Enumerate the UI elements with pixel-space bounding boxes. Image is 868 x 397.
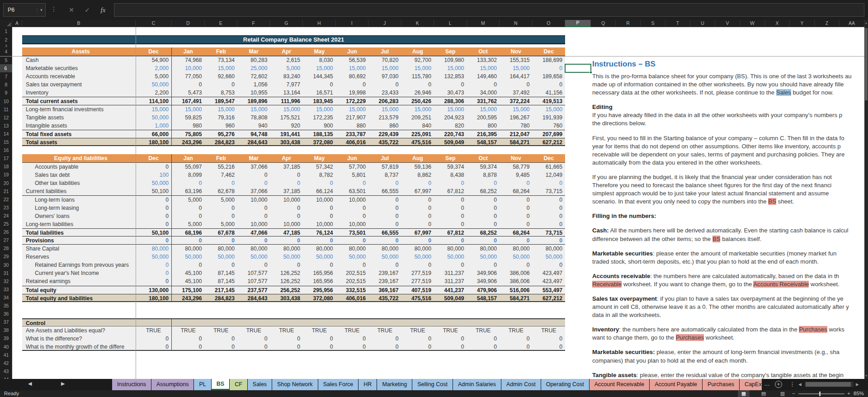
cell-value[interactable]: 47,066 <box>237 229 270 236</box>
cell-value[interactable]: 0 <box>336 335 369 343</box>
row-header-19[interactable]: 19 <box>0 170 12 179</box>
cell-value[interactable]: 111,996 <box>270 97 303 104</box>
cell-value[interactable]: 475,516 <box>401 294 434 301</box>
cell-value[interactable]: 50,000 <box>136 113 172 122</box>
cell-value[interactable]: 8,030 <box>303 56 336 64</box>
cell-value[interactable]: 15,000 <box>237 105 270 113</box>
cell-value[interactable]: 57,819 <box>368 163 401 171</box>
cell-value[interactable]: 15,000 <box>336 105 369 113</box>
column-header-K[interactable]: K <box>401 20 434 27</box>
cell-value[interactable]: 0 <box>336 179 369 187</box>
cell-value[interactable]: TRUE <box>434 326 467 335</box>
cell-value[interactable]: 0 <box>303 80 336 89</box>
column-header-N[interactable]: N <box>500 20 533 27</box>
cell-value[interactable]: 516,006 <box>500 286 533 294</box>
cell-value[interactable]: 0 <box>368 179 401 187</box>
cell-value[interactable]: 50,000 <box>136 253 172 261</box>
cell-value[interactable]: 284,643 <box>237 138 270 145</box>
cell-value[interactable]: 175,100 <box>172 286 205 294</box>
cell-value[interactable]: 332,515 <box>336 286 369 294</box>
cell-value[interactable]: 548,157 <box>467 294 500 301</box>
cell-value[interactable]: 54,900 <box>136 56 172 64</box>
cell-value[interactable]: 0 <box>533 196 566 204</box>
cell-value[interactable]: 840 <box>401 122 434 130</box>
cell-value[interactable]: 57,342 <box>303 163 336 171</box>
cell-value[interactable]: 284,823 <box>205 138 238 145</box>
cell-value[interactable]: 372,080 <box>303 294 336 301</box>
vertical-scrollbar-thumb[interactable] <box>865 28 868 100</box>
name-box[interactable]: P6 ▼ <box>3 3 46 17</box>
add-sheet-icon[interactable]: + <box>775 381 782 388</box>
column-header-B[interactable]: B <box>22 20 136 27</box>
cell-value[interactable]: 165,956 <box>303 277 336 285</box>
cell-value[interactable]: 204,923 <box>434 113 467 122</box>
cell-value[interactable]: 132,853 <box>434 72 467 80</box>
row-label[interactable]: Total fixed assets <box>22 130 136 138</box>
cell-value[interactable]: 0 <box>205 335 238 343</box>
cell-value[interactable]: 37,185 <box>270 163 303 171</box>
cell-value[interactable]: 130,000 <box>136 286 172 294</box>
sheet-tab-shop-network[interactable]: Shop Network <box>272 379 318 390</box>
month-header[interactable]: Dec <box>533 47 566 56</box>
cell-value[interactable]: 59,374 <box>434 163 467 171</box>
cell-value[interactable]: 80,000 <box>500 245 533 253</box>
cell-value[interactable]: 0 <box>368 212 401 220</box>
cell-value[interactable]: 0 <box>336 212 369 220</box>
row-header-21[interactable]: 21 <box>0 187 12 195</box>
selected-cell-P6[interactable] <box>565 64 591 73</box>
cell-value[interactable]: 0 <box>172 80 205 89</box>
cell-value[interactable]: 80,000 <box>205 245 238 253</box>
cell-value[interactable]: 66,124 <box>303 187 336 195</box>
column-header-AA[interactable]: AA <box>840 20 864 27</box>
cell-value[interactable]: 800 <box>467 122 500 130</box>
column-header-L[interactable]: L <box>434 20 467 27</box>
cell-value[interactable]: 67,997 <box>401 229 434 236</box>
cell-value[interactable]: 0 <box>533 343 566 350</box>
cell-value[interactable]: 0 <box>172 179 205 187</box>
cell-value[interactable]: 880 <box>336 122 369 130</box>
cell-value[interactable]: 250,426 <box>401 97 434 104</box>
cell-value[interactable]: 59,136 <box>401 163 434 171</box>
row-label[interactable]: Inventory <box>22 89 136 97</box>
cell-value[interactable]: 0 <box>533 220 566 228</box>
cell-value[interactable]: 820 <box>434 122 467 130</box>
cell-value[interactable]: 303,438 <box>270 138 303 145</box>
row-header-1[interactable]: 1 <box>0 27 12 35</box>
cell-value[interactable]: TRUE <box>368 326 401 335</box>
cell-value[interactable]: 0 <box>136 204 172 212</box>
cell-value[interactable]: 95,276 <box>205 130 238 138</box>
cell-value[interactable]: 10,000 <box>237 196 270 204</box>
row-header-14[interactable]: 14 <box>0 130 12 138</box>
cell-value[interactable]: 0 <box>270 343 303 350</box>
cell-value[interactable]: 0 <box>336 343 369 350</box>
cell-value[interactable]: 0 <box>434 343 467 350</box>
cell-value[interactable]: 70,820 <box>368 56 401 64</box>
cell-value[interactable]: 50,000 <box>237 253 270 261</box>
zoom-out-icon[interactable]: − <box>792 391 795 396</box>
cell-value[interactable]: 37,066 <box>237 163 270 171</box>
cell-value[interactable]: 920 <box>270 122 303 130</box>
sheet-tab-admin-cost[interactable]: Admin Cost <box>501 379 541 390</box>
cell-value[interactable]: 479,906 <box>467 286 500 294</box>
column-header-J[interactable]: J <box>368 20 401 27</box>
cell-value[interactable]: 5,000 <box>172 196 205 204</box>
column-header-S[interactable]: S <box>641 20 665 27</box>
month-header[interactable]: Dec <box>136 47 172 56</box>
cell-value[interactable]: 0 <box>533 204 566 212</box>
cell-value[interactable]: 0 <box>533 179 566 187</box>
cell-value[interactable]: 0 <box>533 236 566 244</box>
cell-value[interactable]: 209,251 <box>401 113 434 122</box>
cell-value[interactable]: 0 <box>136 220 172 228</box>
zoom-in-icon[interactable]: + <box>847 391 850 396</box>
row-label[interactable]: Are Assets and Liabilities equal? <box>22 326 136 335</box>
cell-value[interactable]: 0 <box>303 335 336 343</box>
zoom-percentage[interactable]: 85% <box>854 391 864 396</box>
month-header[interactable]: Oct <box>467 154 500 162</box>
cell-value[interactable]: 0 <box>500 236 533 244</box>
cell-value[interactable]: 100 <box>136 171 172 179</box>
cell-value[interactable]: 0 <box>270 212 303 220</box>
cell-value[interactable]: 68,264 <box>500 187 533 195</box>
row-header-28[interactable]: 28 <box>0 244 12 252</box>
cell-value[interactable]: 45,100 <box>172 277 205 285</box>
cell-value[interactable]: 155,315 <box>500 56 533 64</box>
